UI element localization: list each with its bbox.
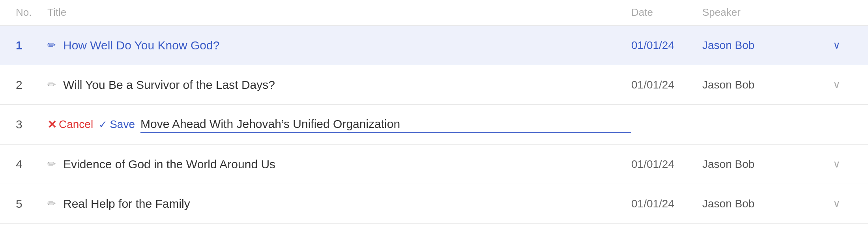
edit-icon[interactable]: ✏: [47, 198, 56, 210]
row-date: 01/01/24: [631, 158, 702, 171]
row-speaker: Jason Bob: [702, 158, 821, 171]
row-speaker: Jason Bob: [702, 39, 821, 52]
title-edit-input[interactable]: [140, 116, 631, 133]
save-button[interactable]: ✓ Save: [99, 118, 135, 131]
save-label: Save: [110, 118, 135, 131]
row-number: 2: [16, 78, 47, 92]
row-title: Real Help for the Family: [63, 197, 190, 211]
edit-row-actions: ✕ Cancel ✓ Save: [47, 118, 135, 131]
row-number: 3: [16, 118, 47, 131]
row-speaker: Jason Bob: [702, 79, 821, 91]
table-header: No. Title Date Speaker: [0, 0, 868, 26]
chevron-cell: ∨: [821, 158, 852, 170]
row-title: Evidence of God in the World Around Us: [63, 158, 275, 171]
row-date: 01/01/24: [631, 39, 702, 52]
check-icon: ✓: [99, 118, 107, 131]
row-title-cell: ✏ Real Help for the Family: [47, 197, 631, 211]
chevron-down-icon[interactable]: ∨: [833, 158, 840, 170]
table-row: 2 ✏ Will You Be a Survivor of the Last D…: [0, 65, 868, 105]
row-date: 01/01/24: [631, 79, 702, 91]
chevron-cell: ∨: [821, 198, 852, 210]
sermon-table: No. Title Date Speaker 1 ✏ How Well Do Y…: [0, 0, 868, 224]
table-row-editing: 3 ✕ Cancel ✓ Save: [0, 105, 868, 145]
row-number: 1: [16, 39, 47, 52]
chevron-down-icon[interactable]: ∨: [833, 79, 840, 91]
header-date: Date: [631, 6, 702, 19]
edit-icon[interactable]: ✏: [47, 79, 56, 91]
row-number: 4: [16, 158, 47, 171]
row-title-cell: ✏ Will You Be a Survivor of the Last Day…: [47, 78, 631, 92]
row-title: How Well Do You Know God?: [63, 39, 219, 52]
table-row: 5 ✏ Real Help for the Family 01/01/24 Ja…: [0, 184, 868, 224]
header-no: No.: [16, 6, 47, 19]
chevron-cell: ∨: [821, 79, 852, 91]
chevron-down-icon[interactable]: ∨: [833, 39, 840, 51]
row-title-edit-cell: ✕ Cancel ✓ Save: [47, 116, 631, 133]
cancel-button[interactable]: ✕ Cancel: [47, 118, 93, 131]
row-date: 01/01/24: [631, 198, 702, 210]
cancel-icon: ✕: [47, 118, 56, 131]
table-row: 4 ✏ Evidence of God in the World Around …: [0, 145, 868, 184]
edit-icon[interactable]: ✏: [47, 158, 56, 170]
header-speaker: Speaker: [702, 6, 821, 19]
table-row: 1 ✏ How Well Do You Know God? 01/01/24 J…: [0, 26, 868, 65]
row-title-cell: ✏ How Well Do You Know God?: [47, 39, 631, 52]
row-title: Will You Be a Survivor of the Last Days?: [63, 78, 275, 92]
cancel-label: Cancel: [59, 118, 93, 131]
row-title-cell: ✏ Evidence of God in the World Around Us: [47, 158, 631, 171]
edit-icon[interactable]: ✏: [47, 39, 56, 51]
row-number: 5: [16, 197, 47, 211]
row-speaker: Jason Bob: [702, 198, 821, 210]
chevron-cell: ∨: [821, 39, 852, 51]
chevron-down-icon[interactable]: ∨: [833, 198, 840, 210]
header-title: Title: [47, 6, 631, 19]
